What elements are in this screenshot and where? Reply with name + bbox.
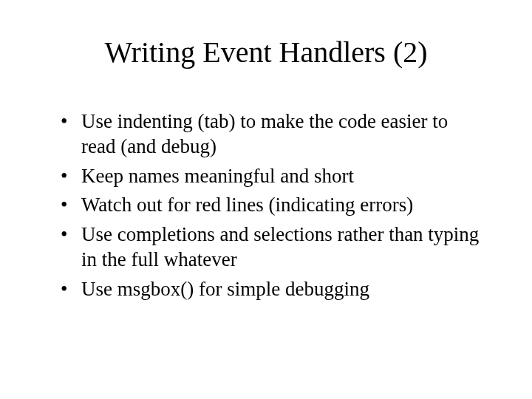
list-item: Use msgbox() for simple debugging bbox=[69, 277, 485, 302]
slide: Writing Event Handlers (2) Use indenting… bbox=[0, 0, 532, 399]
slide-title: Writing Event Handlers (2) bbox=[47, 35, 485, 69]
list-item: Watch out for red lines (indicating erro… bbox=[69, 193, 485, 218]
bullet-list: Use indenting (tab) to make the code eas… bbox=[47, 109, 485, 301]
list-item: Keep names meaningful and short bbox=[69, 164, 485, 189]
list-item: Use indenting (tab) to make the code eas… bbox=[69, 109, 485, 160]
list-item: Use completions and selections rather th… bbox=[69, 222, 485, 273]
